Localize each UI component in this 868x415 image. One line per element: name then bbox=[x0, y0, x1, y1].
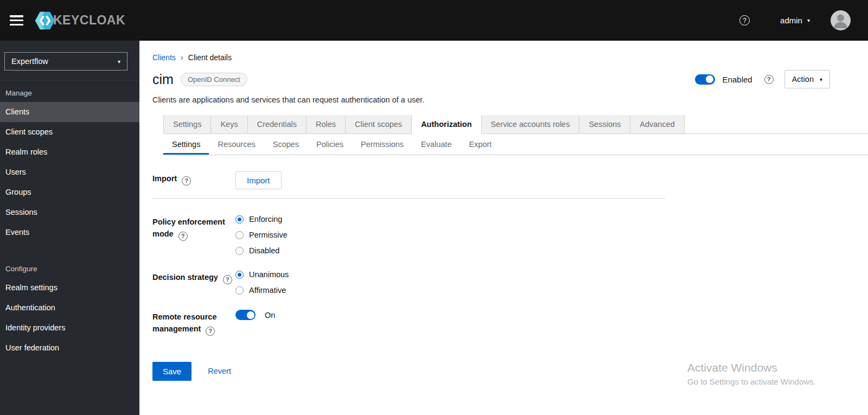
authorization-sub-tabs: Settings Resources Scopes Policies Permi… bbox=[163, 134, 868, 155]
authorization-settings-form: Import ? Import Policy enforcement mode … bbox=[152, 171, 665, 381]
decision-strategy-options: Unanimous Affirmative bbox=[235, 270, 665, 295]
page-title: cim bbox=[152, 72, 174, 87]
subtab-policies[interactable]: Policies bbox=[308, 134, 352, 155]
sidebar-item-realm-roles[interactable]: Realm roles bbox=[0, 142, 139, 162]
header-right-controls: ? admin ▾ bbox=[739, 10, 868, 30]
hamburger-menu-button[interactable] bbox=[10, 15, 23, 25]
subtab-scopes[interactable]: Scopes bbox=[264, 134, 308, 155]
policy-enforcement-options: Enforcing Permissive Disabled bbox=[235, 215, 665, 255]
help-icon[interactable]: ? bbox=[223, 275, 232, 284]
sidebar-item-client-scopes[interactable]: Client scopes bbox=[0, 122, 139, 142]
help-icon[interactable]: ? bbox=[182, 176, 191, 186]
sidebar-item-sessions[interactable]: Sessions bbox=[0, 202, 139, 222]
user-menu-dropdown[interactable]: admin ▾ bbox=[780, 16, 810, 25]
remote-resource-toggle-row: On bbox=[235, 310, 665, 320]
import-button[interactable]: Import bbox=[235, 171, 282, 189]
enabled-label: Enabled bbox=[723, 75, 752, 84]
sidebar-item-realm-settings[interactable]: Realm settings bbox=[0, 278, 139, 298]
nav-section-manage: Manage bbox=[0, 81, 139, 102]
subtab-permissions[interactable]: Permissions bbox=[352, 134, 412, 155]
policy-enforcement-label-group: Policy enforcement mode ? bbox=[152, 215, 235, 255]
subtab-evaluate[interactable]: Evaluate bbox=[412, 134, 460, 155]
toggle-knob bbox=[247, 311, 254, 319]
remote-resource-row: Remote resource management ? On bbox=[152, 310, 665, 336]
radio-disabled[interactable]: Disabled bbox=[235, 246, 665, 255]
sidebar-item-authentication[interactable]: Authentication bbox=[0, 298, 139, 318]
import-label-group: Import ? bbox=[152, 171, 235, 189]
radio-checked-icon bbox=[235, 271, 244, 279]
avatar[interactable] bbox=[831, 10, 851, 30]
radio-unanimous[interactable]: Unanimous bbox=[235, 270, 665, 279]
sidebar-item-user-federation[interactable]: User federation bbox=[0, 338, 139, 358]
nav-section-configure: Configure bbox=[0, 257, 139, 278]
sidebar-item-clients[interactable]: Clients bbox=[0, 102, 139, 122]
protocol-badge: OpenID Connect bbox=[181, 73, 247, 86]
tab-authorization[interactable]: Authorization bbox=[412, 115, 481, 134]
radio-permissive[interactable]: Permissive bbox=[235, 231, 665, 239]
hamburger-bar bbox=[10, 24, 23, 26]
sidebar-item-events[interactable]: Events bbox=[0, 222, 139, 242]
keycloak-logo[interactable]: KEYCLOAK bbox=[34, 10, 125, 31]
revert-button[interactable]: Revert bbox=[208, 367, 231, 375]
main-content: Clients › Client details cim OpenID Conn… bbox=[139, 41, 868, 415]
decision-strategy-label-group: Decision strategy ? bbox=[152, 270, 235, 295]
subtab-export[interactable]: Export bbox=[460, 134, 500, 155]
breadcrumb-current: Client details bbox=[188, 53, 232, 62]
tab-advanced[interactable]: Advanced bbox=[630, 115, 685, 134]
decision-strategy-row: Decision strategy ? Unanimous Affirmativ… bbox=[152, 270, 665, 295]
keycloak-logo-icon bbox=[34, 10, 56, 31]
main-tabs: Settings Keys Credentials Roles Client s… bbox=[163, 115, 868, 134]
toggle-knob bbox=[706, 75, 713, 83]
username-label: admin bbox=[780, 16, 802, 25]
user-icon bbox=[831, 10, 851, 30]
top-header: KEYCLOAK ? admin ▾ bbox=[0, 0, 868, 41]
tab-credentials[interactable]: Credentials bbox=[248, 115, 307, 134]
hamburger-bar bbox=[10, 15, 23, 17]
radio-label: Affirmative bbox=[249, 286, 286, 295]
subtab-settings[interactable]: Settings bbox=[163, 134, 209, 155]
page-title-row: cim OpenID Connect Enabled ? Action ▾ bbox=[139, 62, 868, 88]
chevron-down-icon: ▾ bbox=[807, 17, 810, 23]
help-icon[interactable]: ? bbox=[739, 15, 750, 25]
remote-resource-toggle[interactable] bbox=[235, 310, 256, 320]
radio-label: Unanimous bbox=[249, 270, 289, 279]
subtab-resources[interactable]: Resources bbox=[209, 134, 264, 155]
remote-resource-label-group: Remote resource management ? bbox=[152, 310, 235, 336]
radio-affirmative[interactable]: Affirmative bbox=[235, 286, 665, 295]
page-description: Clients are applications and services th… bbox=[152, 95, 868, 104]
sidebar-item-identity-providers[interactable]: Identity providers bbox=[0, 318, 139, 338]
nav-list-configure: Realm settings Authentication Identity p… bbox=[0, 278, 139, 358]
title-right-controls: Enabled ? Action ▾ bbox=[695, 70, 830, 88]
tab-roles[interactable]: Roles bbox=[307, 115, 346, 134]
sidebar-nav: Expertflow ▾ Manage Clients Client scope… bbox=[0, 41, 139, 415]
help-icon[interactable]: ? bbox=[206, 327, 215, 336]
realm-name: Expertflow bbox=[11, 57, 48, 66]
realm-selector[interactable]: Expertflow ▾ bbox=[4, 52, 127, 71]
tab-client-scopes[interactable]: Client scopes bbox=[346, 115, 412, 134]
sidebar-item-users[interactable]: Users bbox=[0, 162, 139, 182]
radio-unchecked-icon bbox=[235, 247, 244, 255]
help-icon[interactable]: ? bbox=[178, 232, 188, 241]
action-dropdown[interactable]: Action ▾ bbox=[784, 70, 830, 88]
chevron-down-icon: ▾ bbox=[820, 76, 822, 82]
import-control: Import bbox=[235, 171, 665, 189]
toggle-state-label: On bbox=[265, 311, 275, 320]
help-icon[interactable]: ? bbox=[764, 75, 774, 84]
chevron-down-icon: ▾ bbox=[118, 59, 120, 65]
radio-enforcing[interactable]: Enforcing bbox=[235, 215, 665, 224]
tab-service-accounts-roles[interactable]: Service accounts roles bbox=[482, 115, 580, 134]
radio-unchecked-icon bbox=[235, 231, 244, 239]
sidebar-item-groups[interactable]: Groups bbox=[0, 182, 139, 202]
tab-keys[interactable]: Keys bbox=[211, 115, 247, 134]
breadcrumb-link-clients[interactable]: Clients bbox=[152, 53, 176, 62]
save-button[interactable]: Save bbox=[152, 362, 192, 381]
radio-label: Enforcing bbox=[249, 215, 282, 224]
radio-unchecked-icon bbox=[235, 286, 244, 295]
nav-list-manage: Clients Client scopes Realm roles Users … bbox=[0, 102, 139, 242]
tab-settings[interactable]: Settings bbox=[163, 115, 211, 134]
import-label: Import bbox=[152, 174, 177, 183]
enabled-toggle[interactable] bbox=[695, 74, 715, 85]
radio-label: Disabled bbox=[249, 246, 279, 255]
tab-sessions[interactable]: Sessions bbox=[579, 115, 630, 134]
sidebar-menu: Manage Clients Client scopes Realm roles… bbox=[0, 81, 139, 358]
